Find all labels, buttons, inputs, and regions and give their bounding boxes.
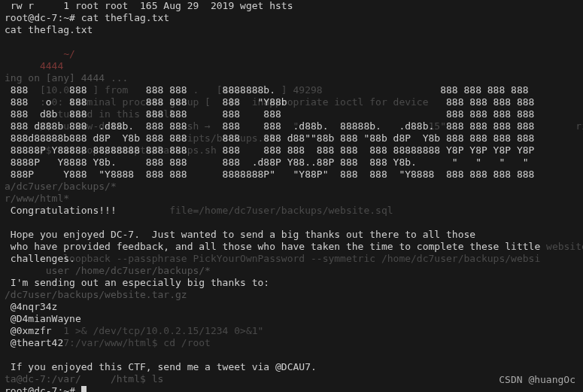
terminal-line: Hope you enjoyed DC-7. Just wanted to se…	[5, 229, 583, 241]
terminal-line: 4444	[5, 60, 583, 72]
terminal-line: 8888P Y8888 Y8b. 888 888 888 .d88P Y88..…	[5, 156, 583, 169]
terminal-line: r/www/html*	[5, 193, 583, 205]
terminal-line: ~/	[5, 48, 583, 60]
terminal-line: root@dc-7:~# cat theflag.txt	[5, 12, 583, 24]
terminal-line: ta@dc-7:/var/ /html$ ls	[5, 373, 583, 385]
terminal-output: rw r 1 root root 165 Aug 29 2019 wget hs…	[5, 0, 583, 392]
terminal-line: a/dc7user/backups/*	[5, 181, 583, 193]
terminal-line: /dc7user/backups/website.tar.gz	[5, 289, 583, 301]
terminal-line: 888P Y888 "Y8888 888 888 8888888P" "Y88P…	[5, 169, 583, 181]
terminal-line: Congratulations!!!	[5, 205, 583, 217]
terminal-line: I'm sending out an especially big thanks…	[5, 277, 583, 289]
terminal-line: @D4mianWayne	[5, 313, 583, 325]
terminal-line: 888 d8b 888 888 888 888 888 888 888 888 …	[5, 108, 583, 120]
terminal-line: rw r 1 root root 165 Aug 29 2019 wget hs…	[5, 0, 583, 12]
terminal-line: 888d88888b888 d8P Y8b 888 888 888 888 d8…	[5, 132, 583, 144]
terminal-line: @theart42	[5, 337, 583, 349]
terminal-line: user /home/dc7user/backups/*	[5, 265, 583, 277]
watermark-text: CSDN @huangOc	[499, 374, 575, 386]
cursor-icon	[81, 386, 87, 392]
terminal-line: challenges.	[5, 253, 583, 265]
terminal-line: 888 d888b 888 .d88b. 888 888 888 888 .d8…	[5, 120, 583, 132]
terminal-line: 888 o 888 888 888 888 "Y88b 888 888 888 …	[5, 96, 583, 108]
terminal-line: If you enjoyed this CTF, send me a tweet…	[5, 361, 583, 373]
terminal-line: @4nqr34z	[5, 301, 583, 313]
terminal-line: @0xmzfr	[5, 325, 583, 337]
terminal-line: 888 888 888 888 8888888b. 888 888 888 88…	[5, 84, 583, 96]
terminal-line	[5, 217, 583, 229]
terminal-line: root@dc-7:~#	[5, 385, 583, 392]
terminal-line: who have provided feedback, and all thos…	[5, 241, 583, 253]
terminal-line	[5, 349, 583, 361]
terminal-line: cat theflag.txt	[5, 24, 583, 36]
terminal-line: ing on [any] 4444 ...	[5, 72, 583, 84]
terminal-line: 88888P Y88888 88888888 888 888 888 888 8…	[5, 144, 583, 156]
terminal-line	[5, 36, 583, 48]
